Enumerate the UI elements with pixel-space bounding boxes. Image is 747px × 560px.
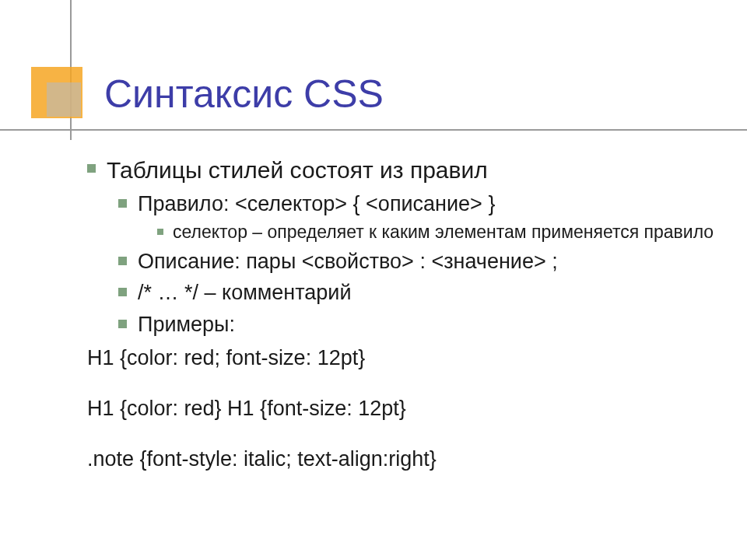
- item-text: Примеры:: [138, 310, 235, 338]
- slide: Синтаксис CSS Таблицы стилей состоят из …: [0, 0, 747, 560]
- subitem-text: селектор – определяет к каким элементам …: [173, 221, 714, 244]
- list-subitem: селектор – определяет к каким элементам …: [157, 221, 716, 244]
- slide-body: Таблицы стилей состоят из правил Правило…: [87, 152, 716, 480]
- intro-line: Таблицы стилей состоят из правил: [87, 155, 716, 187]
- list-item: Правило: <селектор> { <описание> }: [118, 190, 716, 218]
- example-line: H1 {color: red} H1 {font-size: 12pt}: [87, 394, 716, 424]
- item-text: Правило: <селектор> { <описание> }: [138, 190, 495, 218]
- decoration-horizontal-line: [0, 129, 747, 131]
- intro-text: Таблицы стилей состоят из правил: [107, 155, 488, 187]
- list-item: Описание: пары <свойство> : <значение> ;: [118, 247, 716, 275]
- example-line: H1 {color: red; font-size: 12pt}: [87, 343, 716, 373]
- item-text: /* … */ – комментарий: [138, 278, 351, 306]
- bullet-icon: [87, 164, 96, 173]
- bullet-icon: [118, 320, 127, 328]
- spacer: [87, 429, 716, 439]
- decoration-grey-square: [47, 82, 81, 117]
- bullet-icon: [118, 257, 127, 265]
- list-item: Примеры:: [118, 310, 716, 338]
- list-item: /* … */ – комментарий: [118, 278, 716, 306]
- bullet-icon: [118, 199, 127, 208]
- example-line: .note {font-style: italic; text-align:ri…: [87, 444, 716, 474]
- item-text: Описание: пары <свойство> : <значение> ;: [138, 247, 558, 275]
- bullet-icon: [157, 229, 163, 235]
- bullet-icon: [118, 288, 127, 296]
- slide-title: Синтаксис CSS: [104, 72, 384, 117]
- spacer: [87, 378, 716, 389]
